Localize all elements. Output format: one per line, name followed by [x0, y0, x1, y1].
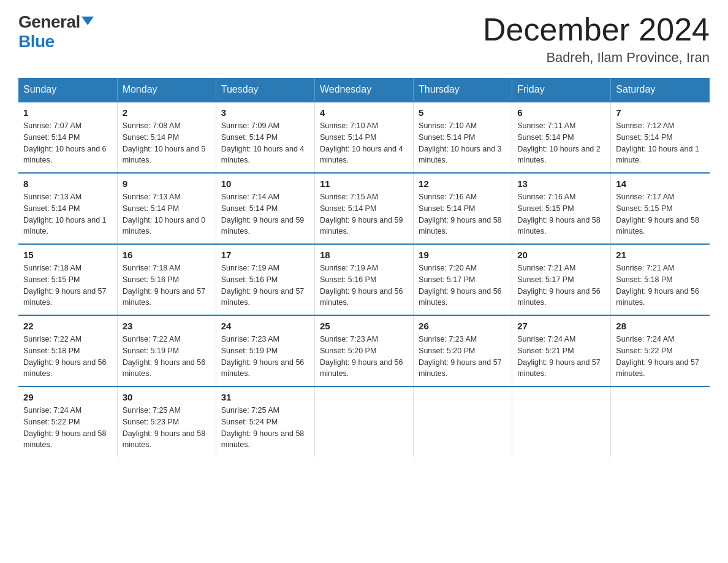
day-number: 6	[517, 107, 605, 118]
day-info: Sunrise: 7:13 AMSunset: 5:14 PMDaylight:…	[23, 193, 107, 236]
day-number: 13	[517, 178, 605, 189]
calendar-day-cell: 6 Sunrise: 7:11 AMSunset: 5:14 PMDayligh…	[512, 102, 611, 173]
calendar-day-cell: 21 Sunrise: 7:21 AMSunset: 5:18 PMDaylig…	[611, 244, 710, 315]
calendar-day-cell: 11 Sunrise: 7:15 AMSunset: 5:14 PMDaylig…	[314, 173, 413, 244]
calendar-day-cell: 14 Sunrise: 7:17 AMSunset: 5:15 PMDaylig…	[611, 173, 710, 244]
day-info: Sunrise: 7:20 AMSunset: 5:17 PMDaylight:…	[419, 264, 502, 307]
calendar-day-cell	[611, 386, 710, 457]
page-header: General Blue December 2024 Badreh, Ilam …	[18, 12, 710, 66]
title-section: December 2024 Badreh, Ilam Province, Ira…	[483, 12, 710, 66]
calendar-day-cell: 23 Sunrise: 7:22 AMSunset: 5:19 PMDaylig…	[117, 315, 216, 386]
day-number: 4	[320, 107, 408, 118]
weekday-header-monday: Monday	[117, 78, 216, 102]
calendar-day-cell: 13 Sunrise: 7:16 AMSunset: 5:15 PMDaylig…	[512, 173, 611, 244]
weekday-header-row: SundayMondayTuesdayWednesdayThursdayFrid…	[18, 78, 710, 102]
day-number: 30	[123, 392, 211, 402]
day-info: Sunrise: 7:07 AMSunset: 5:14 PMDaylight:…	[23, 121, 107, 164]
calendar-day-cell: 27 Sunrise: 7:24 AMSunset: 5:21 PMDaylig…	[512, 315, 611, 386]
day-number: 20	[517, 250, 605, 260]
day-number: 31	[221, 392, 309, 402]
day-info: Sunrise: 7:25 AMSunset: 5:23 PMDaylight:…	[123, 406, 206, 449]
day-number: 23	[123, 321, 211, 331]
calendar-week-row: 15 Sunrise: 7:18 AMSunset: 5:15 PMDaylig…	[18, 244, 710, 315]
calendar-day-cell: 18 Sunrise: 7:19 AMSunset: 5:16 PMDaylig…	[314, 244, 413, 315]
calendar-day-cell	[314, 386, 413, 457]
day-number: 16	[123, 250, 211, 260]
location-text: Badreh, Ilam Province, Iran	[483, 50, 710, 66]
calendar-day-cell	[414, 386, 512, 457]
calendar-day-cell: 24 Sunrise: 7:23 AMSunset: 5:19 PMDaylig…	[216, 315, 314, 386]
day-info: Sunrise: 7:25 AMSunset: 5:24 PMDaylight:…	[221, 406, 305, 449]
day-number: 2	[123, 107, 211, 118]
day-info: Sunrise: 7:23 AMSunset: 5:19 PMDaylight:…	[221, 335, 305, 378]
day-info: Sunrise: 7:10 AMSunset: 5:14 PMDaylight:…	[419, 121, 502, 164]
day-info: Sunrise: 7:24 AMSunset: 5:22 PMDaylight:…	[616, 335, 699, 378]
day-number: 26	[419, 321, 507, 331]
day-number: 22	[23, 321, 112, 331]
day-info: Sunrise: 7:11 AMSunset: 5:14 PMDaylight:…	[517, 121, 601, 164]
calendar-day-cell: 2 Sunrise: 7:08 AMSunset: 5:14 PMDayligh…	[117, 102, 216, 173]
day-info: Sunrise: 7:24 AMSunset: 5:22 PMDaylight:…	[23, 406, 107, 449]
day-number: 15	[23, 250, 112, 260]
weekday-header-thursday: Thursday	[414, 78, 512, 102]
day-info: Sunrise: 7:22 AMSunset: 5:19 PMDaylight:…	[123, 335, 206, 378]
calendar-day-cell: 22 Sunrise: 7:22 AMSunset: 5:18 PMDaylig…	[18, 315, 117, 386]
day-number: 25	[320, 321, 408, 331]
logo-triangle-icon	[82, 17, 94, 25]
day-info: Sunrise: 7:12 AMSunset: 5:14 PMDaylight:…	[616, 121, 699, 164]
calendar-day-cell: 31 Sunrise: 7:25 AMSunset: 5:24 PMDaylig…	[216, 386, 314, 457]
day-number: 19	[419, 250, 507, 260]
calendar-week-row: 1 Sunrise: 7:07 AMSunset: 5:14 PMDayligh…	[18, 102, 710, 173]
calendar-week-row: 22 Sunrise: 7:22 AMSunset: 5:18 PMDaylig…	[18, 315, 710, 386]
day-info: Sunrise: 7:23 AMSunset: 5:20 PMDaylight:…	[320, 335, 403, 378]
calendar-day-cell: 1 Sunrise: 7:07 AMSunset: 5:14 PMDayligh…	[18, 102, 117, 173]
day-number: 5	[419, 107, 507, 118]
day-number: 10	[221, 178, 309, 189]
day-info: Sunrise: 7:19 AMSunset: 5:16 PMDaylight:…	[221, 264, 305, 307]
day-number: 8	[23, 178, 112, 189]
day-number: 24	[221, 321, 309, 331]
calendar-week-row: 8 Sunrise: 7:13 AMSunset: 5:14 PMDayligh…	[18, 173, 710, 244]
day-number: 7	[616, 107, 705, 118]
day-info: Sunrise: 7:14 AMSunset: 5:14 PMDaylight:…	[221, 193, 305, 236]
calendar-day-cell: 26 Sunrise: 7:23 AMSunset: 5:20 PMDaylig…	[414, 315, 512, 386]
weekday-header-tuesday: Tuesday	[216, 78, 314, 102]
day-info: Sunrise: 7:17 AMSunset: 5:15 PMDaylight:…	[616, 193, 699, 236]
calendar-day-cell: 9 Sunrise: 7:13 AMSunset: 5:14 PMDayligh…	[117, 173, 216, 244]
logo-blue-text: Blue	[18, 32, 55, 52]
calendar-day-cell: 20 Sunrise: 7:21 AMSunset: 5:17 PMDaylig…	[512, 244, 611, 315]
calendar-day-cell: 19 Sunrise: 7:20 AMSunset: 5:17 PMDaylig…	[414, 244, 512, 315]
calendar-day-cell: 30 Sunrise: 7:25 AMSunset: 5:23 PMDaylig…	[117, 386, 216, 457]
weekday-header-saturday: Saturday	[611, 78, 710, 102]
day-number: 9	[123, 178, 211, 189]
day-number: 29	[23, 392, 112, 402]
logo: General Blue	[18, 12, 94, 52]
calendar-day-cell: 7 Sunrise: 7:12 AMSunset: 5:14 PMDayligh…	[611, 102, 710, 173]
month-year-title: December 2024	[483, 12, 710, 47]
logo-general-text: General	[18, 12, 80, 32]
day-info: Sunrise: 7:09 AMSunset: 5:14 PMDaylight:…	[221, 121, 305, 164]
calendar-week-row: 29 Sunrise: 7:24 AMSunset: 5:22 PMDaylig…	[18, 386, 710, 457]
calendar-day-cell: 15 Sunrise: 7:18 AMSunset: 5:15 PMDaylig…	[18, 244, 117, 315]
day-number: 3	[221, 107, 309, 118]
day-info: Sunrise: 7:21 AMSunset: 5:17 PMDaylight:…	[517, 264, 601, 307]
day-number: 14	[616, 178, 705, 189]
day-info: Sunrise: 7:24 AMSunset: 5:21 PMDaylight:…	[517, 335, 601, 378]
weekday-header-sunday: Sunday	[18, 78, 117, 102]
calendar-table: SundayMondayTuesdayWednesdayThursdayFrid…	[18, 78, 710, 457]
day-info: Sunrise: 7:08 AMSunset: 5:14 PMDaylight:…	[123, 121, 206, 164]
day-info: Sunrise: 7:16 AMSunset: 5:15 PMDaylight:…	[517, 193, 601, 236]
calendar-day-cell: 5 Sunrise: 7:10 AMSunset: 5:14 PMDayligh…	[414, 102, 512, 173]
calendar-day-cell: 8 Sunrise: 7:13 AMSunset: 5:14 PMDayligh…	[18, 173, 117, 244]
day-info: Sunrise: 7:16 AMSunset: 5:14 PMDaylight:…	[419, 193, 502, 236]
calendar-day-cell	[512, 386, 611, 457]
day-info: Sunrise: 7:13 AMSunset: 5:14 PMDaylight:…	[123, 193, 206, 236]
day-number: 17	[221, 250, 309, 260]
day-number: 28	[616, 321, 705, 331]
day-info: Sunrise: 7:23 AMSunset: 5:20 PMDaylight:…	[419, 335, 502, 378]
calendar-day-cell: 29 Sunrise: 7:24 AMSunset: 5:22 PMDaylig…	[18, 386, 117, 457]
day-info: Sunrise: 7:19 AMSunset: 5:16 PMDaylight:…	[320, 264, 403, 307]
calendar-day-cell: 17 Sunrise: 7:19 AMSunset: 5:16 PMDaylig…	[216, 244, 314, 315]
day-number: 27	[517, 321, 605, 331]
calendar-day-cell: 16 Sunrise: 7:18 AMSunset: 5:16 PMDaylig…	[117, 244, 216, 315]
